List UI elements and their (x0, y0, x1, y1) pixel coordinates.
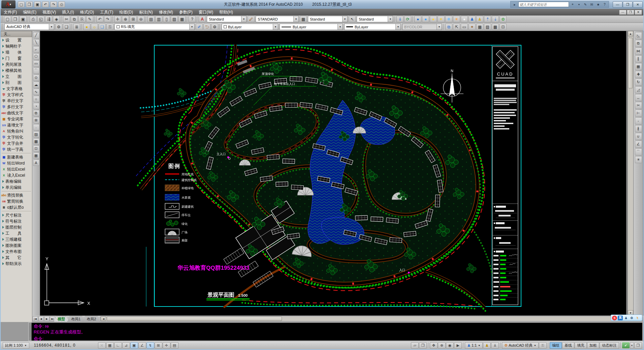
menu-draw[interactable]: 绘图(D) (116, 9, 136, 16)
communication-icon[interactable]: ✉ (589, 2, 594, 7)
layer-combo[interactable]: RS-填充▼ (115, 24, 195, 30)
palette-group-file-layout[interactable]: 文件布图 (1, 249, 32, 255)
app-menu-button[interactable]: A▾ (1, 0, 15, 8)
paste-icon[interactable]: ⎘ (78, 16, 86, 22)
palette-group-elevation[interactable]: 立 面 (1, 74, 32, 80)
properties-icon[interactable]: ▤ (148, 16, 155, 22)
palette-group-door-window[interactable]: 门 窗 (1, 55, 32, 61)
ime-brand-icon[interactable]: S (612, 316, 617, 320)
save-icon[interactable]: ▣ (20, 16, 27, 22)
menu-dimension[interactable]: 标注(N) (136, 9, 156, 16)
palette-group-room-roof[interactable]: 房间屋顶 (1, 61, 32, 67)
minimize-button[interactable]: — (613, 1, 622, 8)
osnap-toggle[interactable]: ▣ (130, 342, 138, 349)
tab-layout2[interactable]: 布局2 (83, 316, 100, 322)
drawing-canvas[interactable]: 屋顶绿化 地下车库出入口 主入口 入口 图例 (40, 31, 626, 316)
ducs-toggle[interactable]: ↯ (147, 342, 154, 349)
arc-icon[interactable]: ⌒ (33, 67, 39, 74)
grid-toggle[interactable]: ▦ (106, 342, 114, 349)
layer-bulb-icon[interactable]: ● (83, 24, 90, 30)
ortho-toggle[interactable]: ∟ (114, 342, 122, 349)
redo-icon[interactable]: ↷ (50, 1, 57, 7)
make-object-layer-current-icon[interactable]: ✐ (196, 24, 203, 30)
open-icon[interactable]: ❒ (26, 1, 33, 7)
palette-cmd-text-style[interactable]: 字文字样式 (1, 92, 32, 98)
dim-style-combo[interactable]: STANDARD▼ (256, 16, 299, 22)
first-tab-icon[interactable]: |◀ (33, 316, 38, 321)
layer-states-icon[interactable]: ⚙ (211, 24, 218, 30)
layout-space-icon[interactable]: ❐ (419, 342, 427, 349)
dyn-toggle[interactable]: ⊞ (155, 342, 162, 349)
expand-arrow-icon[interactable]: ▸ (512, 2, 517, 7)
palette-header[interactable]: 天... (1, 31, 32, 37)
extend-icon[interactable]: ⊢ (635, 110, 642, 117)
copy-icon[interactable]: ⧉ (635, 40, 642, 47)
xref-icon[interactable]: ⇱ (453, 24, 460, 30)
match-properties-icon[interactable]: ✎ (86, 16, 93, 22)
palette-group-tools[interactable]: 工 具 (1, 230, 32, 236)
plot-preview-icon[interactable]: ◱ (37, 16, 44, 22)
tool-palettes-icon[interactable]: ▯ (163, 16, 170, 22)
menu-parameters[interactable]: 参数(P) (176, 9, 196, 16)
steering-wheel-icon[interactable]: ◉ (446, 342, 454, 349)
palette-cmd-text-merge[interactable]: 字文字合并 (1, 140, 32, 146)
workspace-save-icon[interactable]: ❏ (63, 24, 70, 30)
next-tab-icon[interactable]: ▶ (44, 316, 50, 321)
boundary-icon[interactable]: ⊡ (500, 24, 507, 30)
palette-group-settings[interactable]: 设 置 (1, 37, 32, 43)
array-icon[interactable]: ▦ (635, 63, 642, 70)
model-space-icon[interactable]: ▱ (411, 342, 419, 349)
palette-cmd-mtext[interactable]: 字多行文字 (1, 104, 32, 110)
layer-down-icon[interactable]: ⇣ (492, 16, 499, 22)
zoom-icon[interactable]: ⊕ (438, 342, 446, 349)
lamp-white-icon[interactable]: ● (461, 16, 468, 22)
menu-insert[interactable]: 插入(I) (59, 9, 77, 16)
mdi-restore-button[interactable]: ❐ (627, 10, 634, 15)
pan-icon[interactable]: ✛ (114, 16, 121, 22)
palette-group-other[interactable]: 其 它 (1, 255, 32, 261)
coordinates-readout[interactable]: 1166604, 480181, 0 (34, 343, 85, 348)
gradient-icon[interactable]: ▩ (492, 24, 499, 30)
point-icon[interactable]: ∙ (33, 124, 39, 130)
tab-layout1[interactable]: 布局1 (67, 316, 84, 322)
palette-cmd-single-text[interactable]: 字单行文字 (1, 98, 32, 104)
annotation-visibility-icon[interactable]: ♟ (483, 342, 491, 349)
quickcalc-icon[interactable]: ▦ (179, 16, 186, 22)
ime-settings-icon[interactable]: ⚙ (629, 316, 634, 320)
layer-sun-icon[interactable]: ☼ (91, 24, 98, 30)
color-combo[interactable]: ByLayer▼ (222, 24, 278, 30)
table-style-icon[interactable]: ▦ (300, 16, 307, 22)
circle-icon[interactable]: ⊙ (33, 75, 39, 81)
clean-screen-icon[interactable]: ❐ (634, 342, 642, 349)
zoom-previous-icon[interactable]: ⊖ (137, 16, 144, 22)
scroll-up-icon[interactable]: ▲ (628, 31, 633, 36)
palette-group-table-edit[interactable]: 表格编辑 (1, 178, 32, 184)
horizontal-scrollbar[interactable]: ◀ ▶ (100, 316, 643, 321)
zoom-realtime-icon[interactable]: ⊕ (122, 16, 129, 22)
palette-cmd-text-convert[interactable]: 字文字转化 (1, 134, 32, 140)
lineweight-combo[interactable]: ByLayer▼ (344, 24, 401, 30)
fillet-icon[interactable]: ⌒ (635, 148, 642, 155)
move-icon[interactable]: ✚ (635, 71, 642, 78)
toolbar-grip[interactable] (1, 16, 3, 22)
quick-properties-toggle[interactable]: ▤ (171, 342, 179, 349)
designcenter-icon[interactable]: ▥ (155, 16, 162, 22)
redo-icon[interactable]: ↷ (104, 16, 111, 22)
sun-orange-icon[interactable]: ☀ (453, 16, 460, 22)
toolbar-grip[interactable] (1, 24, 3, 30)
insert-block-icon[interactable]: ⧉ (33, 110, 39, 116)
ime-language-toggle[interactable]: 英 (618, 316, 623, 320)
sun-icon[interactable]: ☀ (438, 16, 445, 22)
key-icon[interactable]: ✎ (583, 2, 588, 7)
region-icon[interactable]: ⊡ (33, 145, 39, 152)
lamp-lightblue-icon[interactable]: ● (422, 16, 429, 22)
vertical-scroll-thumb[interactable] (628, 38, 633, 88)
mleader-style-combo[interactable]: Standard▼ (357, 16, 393, 22)
lamp-yellow-icon[interactable]: ● (430, 16, 437, 22)
plot-icon[interactable]: ⎙ (30, 16, 37, 22)
person-blue-icon[interactable]: ♟ (469, 16, 476, 22)
workspace-settings-gear-icon[interactable]: ⚙ (55, 24, 62, 30)
line-icon[interactable]: ╱ (33, 32, 39, 38)
open-icon[interactable]: ❒ (12, 16, 19, 22)
palette-group-symbol[interactable]: 符号标注 (1, 218, 32, 224)
